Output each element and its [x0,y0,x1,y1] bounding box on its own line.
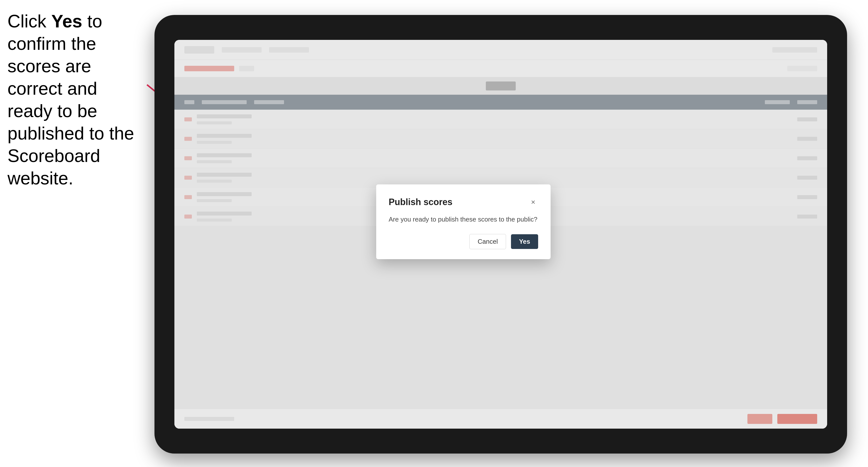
instruction-text: Click Yes to confirm the scores are corr… [7,10,147,189]
instruction-text-bold: Yes [51,11,82,31]
instruction-text-suffix: to confirm the scores are correct and re… [7,11,134,188]
modal-title: Publish scores [389,197,453,207]
tablet-screen: Publish scores × Are you ready to publis… [175,40,827,429]
yes-button[interactable]: Yes [511,234,538,249]
tablet-frame: Publish scores × Are you ready to publis… [154,15,847,454]
cancel-button[interactable]: Cancel [469,234,506,249]
modal-overlay: Publish scores × Are you ready to publis… [175,40,827,429]
modal-close-button[interactable]: × [528,197,538,207]
instruction-text-prefix: Click [7,11,51,31]
modal-body-text: Are you ready to publish these scores to… [389,215,538,224]
modal-header: Publish scores × [389,197,538,207]
modal-footer: Cancel Yes [389,234,538,249]
publish-scores-modal: Publish scores × Are you ready to publis… [376,184,551,259]
